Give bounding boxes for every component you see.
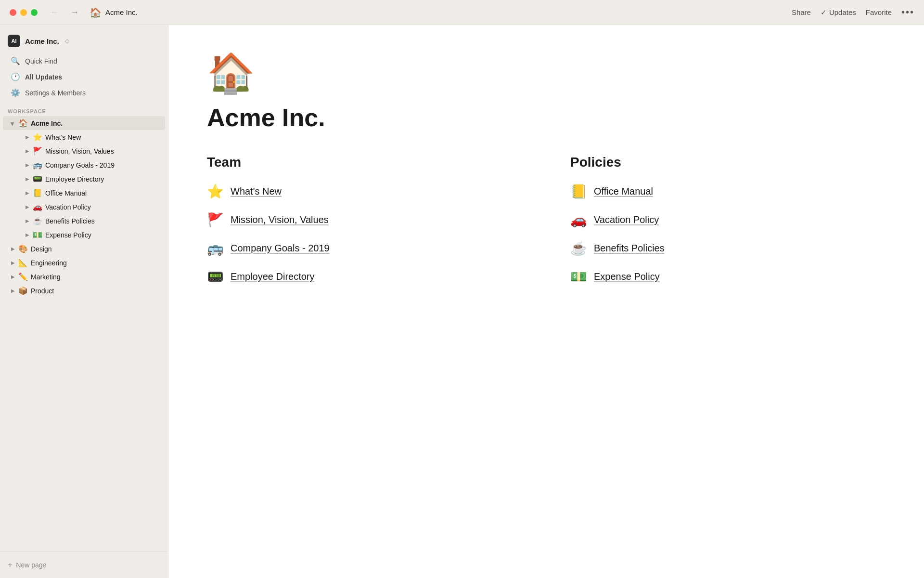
sidebar-item-company-goals[interactable]: ▶ 🚌 Company Goals - 2019: [17, 158, 165, 172]
office-manual-link-text: Office Manual: [594, 186, 653, 197]
benefits-policies-link-text: Benefits Policies: [594, 243, 665, 254]
link-expense-policy[interactable]: 💵 Expense Policy: [570, 267, 886, 287]
maximize-button[interactable]: [31, 9, 38, 16]
search-icon: 🔍: [11, 56, 20, 66]
sidebar-item-vacation-policy[interactable]: ▶ 🚗 Vacation Policy: [17, 200, 165, 214]
toolbar-actions: Share ✓ Updates Favorite •••: [792, 7, 914, 18]
workspace-section-label: WORKSPACE: [0, 103, 168, 116]
settings-item[interactable]: ⚙️ Settings & Members: [3, 85, 165, 101]
workspace-name: Acme Inc.: [25, 37, 59, 45]
sidebar-item-whats-new[interactable]: ▶ ⭐ What's New: [17, 130, 165, 144]
link-whats-new[interactable]: ⭐ What's New: [207, 182, 522, 201]
workspace-avatar: AI: [8, 35, 20, 47]
tree-toggle-icon: ▶: [23, 203, 32, 211]
company-goals-icon: 🚌: [207, 240, 224, 256]
more-button[interactable]: •••: [901, 7, 914, 18]
favorite-button[interactable]: Favorite: [866, 8, 892, 16]
marketing-label: Marketing: [31, 273, 60, 281]
company-goals-label: Company Goals - 2019: [45, 161, 115, 169]
all-updates-item[interactable]: 🕐 All Updates: [3, 69, 165, 85]
sidebar-item-office-manual[interactable]: ▶ 📒 Office Manual: [17, 186, 165, 200]
new-page-button[interactable]: + New page: [8, 558, 46, 572]
mission-label: Mission, Vision, Values: [45, 147, 114, 155]
acme-inc-children: ▶ ⭐ What's New ▶ 🚩 Mission, Vision, Valu…: [0, 130, 168, 242]
office-manual-icon: 📒: [570, 184, 587, 199]
employee-directory-link-text: Employee Directory: [231, 271, 315, 282]
main-content: 🏠 Acme Inc. Team ⭐ What's New 🚩 Mission,…: [168, 25, 924, 578]
tree-toggle-icon: ▶: [23, 133, 32, 142]
expense-policy-label: Expense Policy: [45, 231, 91, 239]
link-company-goals[interactable]: 🚌 Company Goals - 2019: [207, 238, 522, 258]
sidebar-item-acme-inc[interactable]: ▶ 🏠 Acme Inc.: [3, 116, 165, 130]
traffic-lights: [10, 9, 38, 16]
tree-toggle-icon: ▶: [9, 273, 17, 281]
link-vacation-policy[interactable]: 🚗 Vacation Policy: [570, 210, 886, 230]
app-body: AI Acme Inc. ◇ 🔍 Quick Find 🕐 All Update…: [0, 25, 924, 578]
gear-icon: ⚙️: [11, 88, 20, 97]
sidebar-item-marketing[interactable]: ▶ ✏️ Marketing: [3, 270, 165, 284]
benefits-policies-label: Benefits Policies: [45, 217, 95, 225]
expense-policy-link-text: Expense Policy: [594, 271, 660, 282]
acme-inc-label: Acme Inc.: [31, 119, 63, 127]
mission-link-text: Mission, Vision, Values: [231, 214, 329, 225]
forward-button[interactable]: →: [67, 6, 82, 18]
mission-icon: 🚩: [207, 212, 224, 228]
page-title: Acme Inc.: [207, 104, 886, 131]
tree-toggle-icon: ▶: [9, 120, 17, 129]
benefits-policies-icon: ☕: [570, 240, 587, 256]
nav-buttons: ← →: [47, 6, 82, 18]
whats-new-icon: ⭐: [207, 184, 224, 199]
sidebar-item-benefits-policies[interactable]: ▶ ☕ Benefits Policies: [17, 214, 165, 228]
employee-directory-label: Employee Directory: [45, 175, 104, 183]
team-column: Team ⭐ What's New 🚩 Mission, Vision, Val…: [207, 155, 522, 295]
team-heading: Team: [207, 155, 522, 170]
minimize-button[interactable]: [20, 9, 27, 16]
breadcrumb-title: Acme Inc.: [105, 8, 138, 16]
sidebar-item-mission[interactable]: ▶ 🚩 Mission, Vision, Values: [17, 144, 165, 158]
sidebar-item-employee-directory[interactable]: ▶ 📟 Employee Directory: [17, 172, 165, 186]
company-goals-link-text: Company Goals - 2019: [231, 243, 330, 254]
sidebar-menu: 🔍 Quick Find 🕐 All Updates ⚙️ Settings &…: [0, 51, 168, 103]
breadcrumb-icon: 🏠: [90, 7, 102, 18]
close-button[interactable]: [10, 9, 16, 16]
sidebar-item-engineering[interactable]: ▶ 📐 Engineering: [3, 256, 165, 270]
sidebar-footer: + New page: [0, 552, 168, 578]
page-emoji: 🏠: [207, 54, 886, 92]
office-manual-label: Office Manual: [45, 189, 87, 197]
share-button[interactable]: Share: [792, 8, 811, 16]
updates-button[interactable]: ✓ Updates: [821, 8, 856, 17]
workspace-header[interactable]: AI Acme Inc. ◇: [0, 31, 168, 51]
quick-find-item[interactable]: 🔍 Quick Find: [3, 53, 165, 69]
vacation-policy-label: Vacation Policy: [45, 203, 91, 211]
employee-directory-icon: 📟: [207, 269, 224, 285]
link-employee-directory[interactable]: 📟 Employee Directory: [207, 267, 522, 287]
tree-toggle-icon: ▶: [23, 231, 32, 239]
expense-policy-icon: 💵: [570, 269, 587, 285]
acme-inc-icon: 🏠: [18, 118, 28, 128]
design-label: Design: [31, 245, 52, 253]
policies-column: Policies 📒 Office Manual 🚗 Vacation Poli…: [570, 155, 886, 295]
tree-toggle-icon: ▶: [23, 217, 32, 225]
clock-icon: 🕐: [11, 72, 20, 81]
sidebar-item-expense-policy[interactable]: ▶ 💵 Expense Policy: [17, 228, 165, 242]
title-bar: ← → 🏠 Acme Inc. Share ✓ Updates Favorite…: [0, 0, 924, 25]
whats-new-link-text: What's New: [231, 186, 282, 197]
tree-toggle-icon: ▶: [23, 161, 32, 170]
vacation-policy-icon: 🚗: [570, 212, 587, 228]
breadcrumb: 🏠 Acme Inc.: [90, 7, 792, 18]
engineering-label: Engineering: [31, 259, 67, 267]
link-office-manual[interactable]: 📒 Office Manual: [570, 182, 886, 201]
link-mission[interactable]: 🚩 Mission, Vision, Values: [207, 210, 522, 230]
tree-toggle-icon: ▶: [23, 175, 32, 184]
back-button[interactable]: ←: [47, 6, 62, 18]
policies-heading: Policies: [570, 155, 886, 170]
sidebar-item-product[interactable]: ▶ 📦 Product: [3, 284, 165, 298]
sidebar: AI Acme Inc. ◇ 🔍 Quick Find 🕐 All Update…: [0, 25, 168, 578]
tree-toggle-icon: ▶: [23, 189, 32, 197]
plus-icon: +: [8, 561, 12, 569]
tree-toggle-icon: ▶: [23, 147, 32, 156]
sidebar-item-design[interactable]: ▶ 🎨 Design: [3, 242, 165, 256]
tree-toggle-icon: ▶: [9, 259, 17, 267]
link-benefits-policies[interactable]: ☕ Benefits Policies: [570, 238, 886, 258]
workspace-chevron-icon: ◇: [65, 38, 69, 44]
